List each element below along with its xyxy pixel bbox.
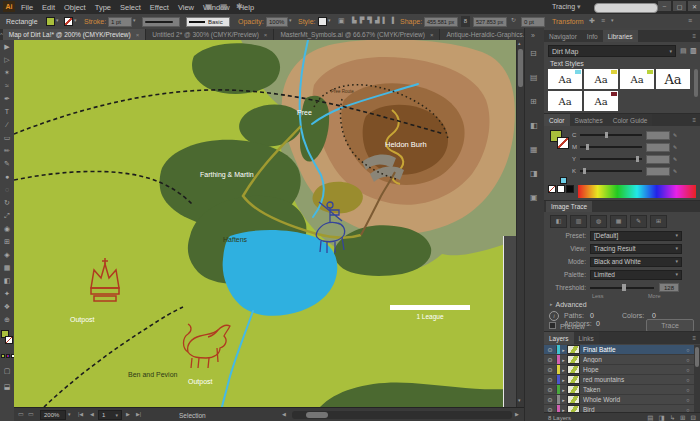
text-style-tile[interactable]: Aa [548, 69, 582, 89]
olive-terrain-patch[interactable] [313, 182, 363, 214]
expand-arrow-icon[interactable]: ▸ [560, 387, 567, 393]
new-layer-icon[interactable]: ⊞ [680, 415, 685, 421]
tool-icon[interactable]: ❖ [0, 300, 14, 313]
workspace-switcher[interactable]: Tracing ▾ [552, 3, 581, 10]
panel-tab[interactable]: Navigator [544, 30, 582, 42]
layer-thumbnail[interactable] [567, 385, 580, 394]
layer-thumbnail[interactable] [567, 345, 580, 354]
delete-layer-icon[interactable]: ⊟ [691, 415, 696, 421]
align-bottom-icon[interactable]: ▐ [390, 17, 394, 23]
fill-stroke-indicator[interactable] [1, 330, 13, 350]
menu-item[interactable]: View [178, 3, 194, 12]
visibility-eye-icon[interactable]: ⊙ [544, 386, 557, 393]
slider-thumb[interactable] [586, 144, 589, 150]
document-setup-icon[interactable]: ▣ [338, 17, 345, 24]
document-tab[interactable]: MasterMt_Symbols.ai @ 66.67% (CMYK/Previ… [274, 29, 440, 40]
layer-row[interactable]: ⊙ ▸ Whole World ○ [544, 395, 694, 405]
chevron-down-icon[interactable]: ▾ [133, 18, 136, 23]
advanced-toggle[interactable]: ▸ Advanced [550, 301, 587, 308]
forest-hill[interactable] [192, 43, 280, 94]
tool-icon[interactable]: ▭ [0, 131, 14, 144]
expand-panels-icon[interactable]: » [531, 32, 535, 39]
target-circle-icon[interactable]: ○ [682, 347, 694, 353]
visibility-eye-icon[interactable]: ⊙ [544, 356, 557, 363]
text-style-tile[interactable]: Aa [584, 91, 618, 111]
toolbar-stroke-swatch[interactable] [5, 336, 13, 344]
chevron-down-icon[interactable]: ▾ [289, 18, 292, 23]
black-chip[interactable] [566, 185, 574, 193]
tool-icon[interactable]: ✶ [0, 66, 14, 79]
trace-preset-icon[interactable]: ⊞ [650, 215, 667, 228]
target-circle-icon[interactable]: ○ [682, 387, 694, 393]
artboard-nav-icon[interactable]: ▭ [18, 411, 24, 417]
field-dropdown[interactable]: Limited▾ [590, 270, 682, 280]
stroke-width-field[interactable]: 1 pt [108, 17, 132, 27]
preview-checkbox[interactable] [549, 322, 556, 329]
map-artwork[interactable] [14, 40, 516, 407]
channel-slider[interactable] [580, 134, 642, 136]
threshold-value-field[interactable]: 128 [659, 283, 679, 292]
stroke-color-swatch[interactable] [64, 17, 73, 26]
tool-icon[interactable]: ✦ [0, 287, 14, 300]
panel-menu-icon[interactable]: ≡ [688, 17, 692, 24]
map-scale-label[interactable]: 1 League [390, 313, 470, 320]
list-view-icon[interactable]: ▤ [680, 47, 687, 54]
text-style-tile[interactable]: Aa [656, 69, 690, 89]
dock-panel-icon[interactable]: ◧ [530, 122, 538, 130]
menu-item[interactable]: Edit [42, 3, 55, 12]
map-label-haftens[interactable]: Haftens [223, 236, 247, 243]
panel-menu-icon[interactable]: ≡ [692, 335, 696, 341]
canvas[interactable]: Pree Heldon Burh Farthing & Martin Hafte… [14, 40, 516, 407]
channel-value-field[interactable] [646, 167, 670, 176]
layer-row[interactable]: ⊙ ▸ Angon ○ [544, 355, 694, 365]
tool-icon[interactable]: ↻ [0, 196, 14, 209]
map-label-pree[interactable]: Pree [297, 109, 312, 116]
channel-slider[interactable] [580, 146, 642, 148]
layer-thumbnail[interactable] [567, 365, 580, 374]
layer-name[interactable]: Taken [583, 386, 682, 393]
visibility-eye-icon[interactable]: ⊙ [544, 346, 557, 353]
search-input[interactable] [594, 3, 658, 13]
stroke-link[interactable]: Stroke: [84, 18, 106, 25]
layer-row[interactable]: ⊙ ▸ Final Battle ○ [544, 345, 694, 355]
scrollbar-thumb[interactable] [518, 49, 523, 87]
brush-dropdown[interactable]: Basic [186, 17, 230, 27]
dock-panel-icon[interactable]: ▦ [530, 146, 538, 154]
chevron-down-icon[interactable]: ▾ [68, 412, 71, 417]
layer-thumbnail[interactable] [567, 355, 580, 364]
first-artboard-icon[interactable]: |◀ [78, 412, 83, 417]
collect-layer-icon[interactable]: ▤ [647, 415, 653, 421]
close-tab-icon[interactable]: × [136, 32, 140, 38]
field-dropdown[interactable]: Black and White▾ [590, 257, 682, 267]
dock-panel-icon[interactable]: ▤ [530, 74, 538, 82]
tool-icon[interactable]: ● [0, 170, 14, 183]
align-center-icon[interactable]: ▛ [360, 17, 365, 23]
menu-item[interactable]: Object [64, 3, 86, 12]
document-tab[interactable]: Map of Dirt La!* @ 200% (CMYK/Preview)× [3, 29, 146, 40]
expand-arrow-icon[interactable]: ▸ [560, 397, 567, 403]
field-dropdown[interactable]: [Default]▾ [590, 231, 682, 241]
map-label-outpost-1[interactable]: Outpost [70, 316, 95, 323]
layer-row[interactable]: ⊙ ▸ Hope ○ [544, 365, 694, 375]
target-circle-icon[interactable]: ○ [682, 397, 694, 403]
dock-panel-icon[interactable]: ▣ [530, 194, 538, 202]
bridge-icon[interactable]: ▣ [205, 3, 213, 11]
dock-panel-icon[interactable]: ◨ [530, 170, 538, 178]
expand-arrow-icon[interactable]: ▸ [560, 347, 567, 353]
last-color-chip[interactable] [560, 177, 567, 184]
horizontal-scrollbar[interactable] [292, 411, 512, 419]
scroll-left-icon[interactable]: ◀ [282, 412, 286, 417]
tool-icon[interactable]: ▦ [0, 261, 14, 274]
white-chip[interactable] [557, 185, 565, 193]
target-circle-icon[interactable]: ○ [682, 357, 694, 363]
panel-tab[interactable]: Links [574, 332, 599, 344]
fill-color-swatch[interactable] [46, 17, 55, 26]
color-spectrum[interactable] [578, 185, 696, 198]
maximize-button[interactable]: ▢ [673, 1, 686, 11]
rotate-icon[interactable]: ↻ [511, 17, 516, 23]
close-tab-icon[interactable]: × [264, 32, 268, 38]
scrollbar-thumb[interactable] [694, 69, 698, 97]
align-top-icon[interactable]: ▟ [375, 17, 380, 23]
text-style-tile[interactable]: Aa [548, 91, 582, 111]
tool-icon[interactable]: ≈ [0, 79, 14, 92]
